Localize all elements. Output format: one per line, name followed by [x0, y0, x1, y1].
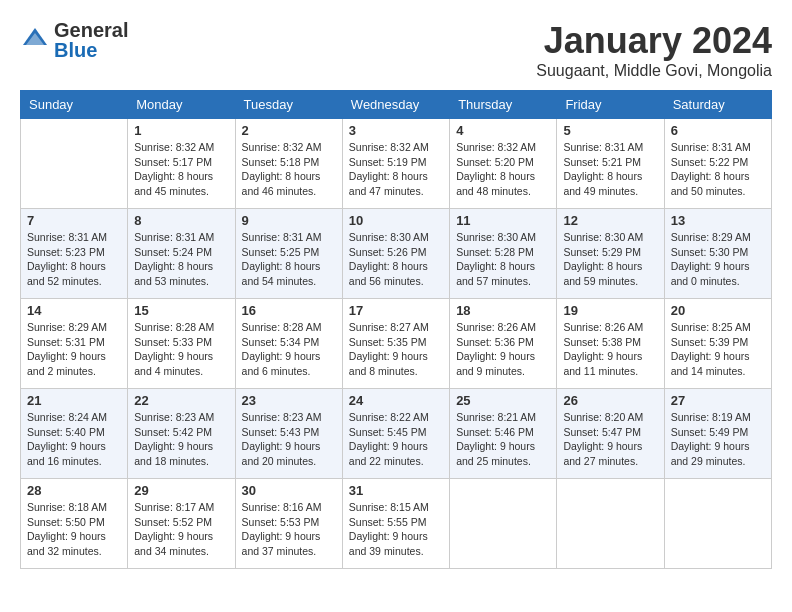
day-number: 10 [349, 213, 443, 228]
day-number: 1 [134, 123, 228, 138]
day-number: 23 [242, 393, 336, 408]
day-info: Sunrise: 8:32 AM Sunset: 5:18 PM Dayligh… [242, 140, 336, 199]
day-number: 9 [242, 213, 336, 228]
day-number: 8 [134, 213, 228, 228]
day-info: Sunrise: 8:32 AM Sunset: 5:20 PM Dayligh… [456, 140, 550, 199]
calendar-cell: 6Sunrise: 8:31 AM Sunset: 5:22 PM Daylig… [664, 119, 771, 209]
calendar-day-header: Wednesday [342, 91, 449, 119]
title-area: January 2024 Suugaant, Middle Govi, Mong… [536, 20, 772, 80]
page-header: General Blue January 2024 Suugaant, Midd… [20, 20, 772, 80]
calendar-cell: 20Sunrise: 8:25 AM Sunset: 5:39 PM Dayli… [664, 299, 771, 389]
day-info: Sunrise: 8:21 AM Sunset: 5:46 PM Dayligh… [456, 410, 550, 469]
day-info: Sunrise: 8:24 AM Sunset: 5:40 PM Dayligh… [27, 410, 121, 469]
day-info: Sunrise: 8:23 AM Sunset: 5:43 PM Dayligh… [242, 410, 336, 469]
calendar-cell: 13Sunrise: 8:29 AM Sunset: 5:30 PM Dayli… [664, 209, 771, 299]
calendar-cell [450, 479, 557, 569]
day-number: 14 [27, 303, 121, 318]
calendar-cell: 31Sunrise: 8:15 AM Sunset: 5:55 PM Dayli… [342, 479, 449, 569]
calendar-cell: 27Sunrise: 8:19 AM Sunset: 5:49 PM Dayli… [664, 389, 771, 479]
day-number: 6 [671, 123, 765, 138]
day-number: 21 [27, 393, 121, 408]
calendar-week-row: 1Sunrise: 8:32 AM Sunset: 5:17 PM Daylig… [21, 119, 772, 209]
day-number: 4 [456, 123, 550, 138]
day-number: 18 [456, 303, 550, 318]
calendar-cell: 10Sunrise: 8:30 AM Sunset: 5:26 PM Dayli… [342, 209, 449, 299]
calendar-week-row: 28Sunrise: 8:18 AM Sunset: 5:50 PM Dayli… [21, 479, 772, 569]
calendar-day-header: Friday [557, 91, 664, 119]
day-info: Sunrise: 8:30 AM Sunset: 5:29 PM Dayligh… [563, 230, 657, 289]
calendar-cell: 11Sunrise: 8:30 AM Sunset: 5:28 PM Dayli… [450, 209, 557, 299]
day-info: Sunrise: 8:28 AM Sunset: 5:33 PM Dayligh… [134, 320, 228, 379]
day-number: 19 [563, 303, 657, 318]
day-info: Sunrise: 8:17 AM Sunset: 5:52 PM Dayligh… [134, 500, 228, 559]
location: Suugaant, Middle Govi, Mongolia [536, 62, 772, 80]
day-number: 2 [242, 123, 336, 138]
calendar-cell: 28Sunrise: 8:18 AM Sunset: 5:50 PM Dayli… [21, 479, 128, 569]
day-info: Sunrise: 8:25 AM Sunset: 5:39 PM Dayligh… [671, 320, 765, 379]
day-number: 29 [134, 483, 228, 498]
day-info: Sunrise: 8:28 AM Sunset: 5:34 PM Dayligh… [242, 320, 336, 379]
day-info: Sunrise: 8:30 AM Sunset: 5:28 PM Dayligh… [456, 230, 550, 289]
calendar-cell: 16Sunrise: 8:28 AM Sunset: 5:34 PM Dayli… [235, 299, 342, 389]
calendar-cell: 29Sunrise: 8:17 AM Sunset: 5:52 PM Dayli… [128, 479, 235, 569]
calendar-week-row: 14Sunrise: 8:29 AM Sunset: 5:31 PM Dayli… [21, 299, 772, 389]
day-info: Sunrise: 8:31 AM Sunset: 5:21 PM Dayligh… [563, 140, 657, 199]
calendar-cell: 3Sunrise: 8:32 AM Sunset: 5:19 PM Daylig… [342, 119, 449, 209]
calendar-cell: 18Sunrise: 8:26 AM Sunset: 5:36 PM Dayli… [450, 299, 557, 389]
day-info: Sunrise: 8:26 AM Sunset: 5:38 PM Dayligh… [563, 320, 657, 379]
calendar-day-header: Sunday [21, 91, 128, 119]
day-number: 5 [563, 123, 657, 138]
logo-icon [20, 25, 50, 55]
day-info: Sunrise: 8:20 AM Sunset: 5:47 PM Dayligh… [563, 410, 657, 469]
day-info: Sunrise: 8:26 AM Sunset: 5:36 PM Dayligh… [456, 320, 550, 379]
day-number: 7 [27, 213, 121, 228]
calendar-day-header: Saturday [664, 91, 771, 119]
calendar-cell [21, 119, 128, 209]
day-number: 30 [242, 483, 336, 498]
calendar-cell: 9Sunrise: 8:31 AM Sunset: 5:25 PM Daylig… [235, 209, 342, 299]
day-info: Sunrise: 8:27 AM Sunset: 5:35 PM Dayligh… [349, 320, 443, 379]
day-info: Sunrise: 8:29 AM Sunset: 5:30 PM Dayligh… [671, 230, 765, 289]
day-number: 26 [563, 393, 657, 408]
calendar-cell: 4Sunrise: 8:32 AM Sunset: 5:20 PM Daylig… [450, 119, 557, 209]
calendar-cell: 25Sunrise: 8:21 AM Sunset: 5:46 PM Dayli… [450, 389, 557, 479]
calendar-cell: 24Sunrise: 8:22 AM Sunset: 5:45 PM Dayli… [342, 389, 449, 479]
day-number: 20 [671, 303, 765, 318]
day-info: Sunrise: 8:31 AM Sunset: 5:22 PM Dayligh… [671, 140, 765, 199]
calendar-cell: 14Sunrise: 8:29 AM Sunset: 5:31 PM Dayli… [21, 299, 128, 389]
day-number: 16 [242, 303, 336, 318]
calendar-cell: 22Sunrise: 8:23 AM Sunset: 5:42 PM Dayli… [128, 389, 235, 479]
day-info: Sunrise: 8:16 AM Sunset: 5:53 PM Dayligh… [242, 500, 336, 559]
day-info: Sunrise: 8:19 AM Sunset: 5:49 PM Dayligh… [671, 410, 765, 469]
day-number: 17 [349, 303, 443, 318]
calendar-cell: 21Sunrise: 8:24 AM Sunset: 5:40 PM Dayli… [21, 389, 128, 479]
day-number: 22 [134, 393, 228, 408]
logo: General Blue [20, 20, 128, 60]
day-number: 24 [349, 393, 443, 408]
calendar-cell: 8Sunrise: 8:31 AM Sunset: 5:24 PM Daylig… [128, 209, 235, 299]
day-info: Sunrise: 8:18 AM Sunset: 5:50 PM Dayligh… [27, 500, 121, 559]
day-number: 15 [134, 303, 228, 318]
month-title: January 2024 [536, 20, 772, 62]
day-number: 3 [349, 123, 443, 138]
calendar-day-header: Tuesday [235, 91, 342, 119]
day-number: 25 [456, 393, 550, 408]
calendar-day-header: Monday [128, 91, 235, 119]
calendar-cell [557, 479, 664, 569]
day-info: Sunrise: 8:15 AM Sunset: 5:55 PM Dayligh… [349, 500, 443, 559]
day-number: 28 [27, 483, 121, 498]
calendar-week-row: 7Sunrise: 8:31 AM Sunset: 5:23 PM Daylig… [21, 209, 772, 299]
day-number: 12 [563, 213, 657, 228]
day-number: 13 [671, 213, 765, 228]
calendar-cell: 7Sunrise: 8:31 AM Sunset: 5:23 PM Daylig… [21, 209, 128, 299]
calendar-day-header: Thursday [450, 91, 557, 119]
calendar-cell: 12Sunrise: 8:30 AM Sunset: 5:29 PM Dayli… [557, 209, 664, 299]
logo-general-text: General [54, 20, 128, 40]
calendar-week-row: 21Sunrise: 8:24 AM Sunset: 5:40 PM Dayli… [21, 389, 772, 479]
day-info: Sunrise: 8:30 AM Sunset: 5:26 PM Dayligh… [349, 230, 443, 289]
calendar-header-row: SundayMondayTuesdayWednesdayThursdayFrid… [21, 91, 772, 119]
calendar-cell [664, 479, 771, 569]
day-number: 27 [671, 393, 765, 408]
calendar-cell: 19Sunrise: 8:26 AM Sunset: 5:38 PM Dayli… [557, 299, 664, 389]
day-info: Sunrise: 8:32 AM Sunset: 5:17 PM Dayligh… [134, 140, 228, 199]
